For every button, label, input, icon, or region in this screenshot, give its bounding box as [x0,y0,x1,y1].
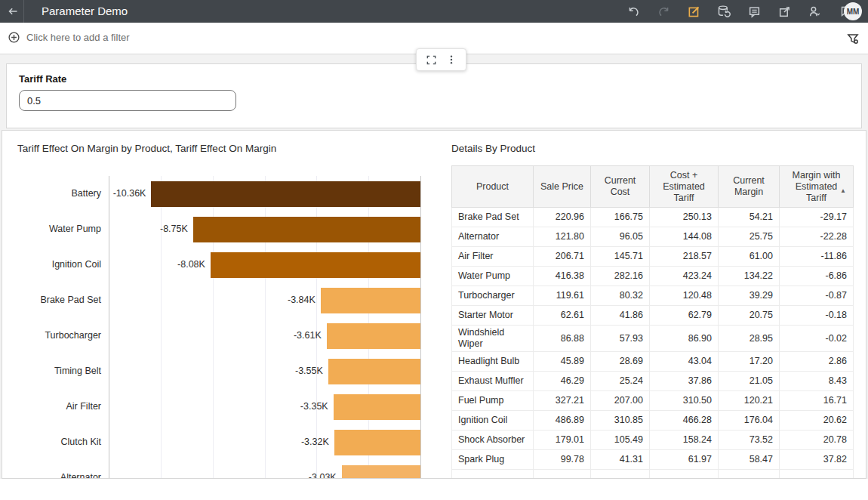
value-cell[interactable]: 25.24 [591,372,650,391]
sort-ascending-icon[interactable]: ▲ [840,185,846,196]
value-cell[interactable]: 119.61 [534,286,591,306]
value-cell[interactable]: 310.85 [591,411,650,431]
value-cell[interactable]: 179.01 [534,431,591,450]
value-cell[interactable]: 20.62 [780,411,854,431]
bar[interactable] [328,359,420,384]
value-cell[interactable]: 220.96 [534,208,591,227]
value-cell[interactable]: -0.02 [780,326,854,352]
table-row[interactable]: Headlight Bulb45.8928.6943.0417.202.86 [452,352,854,372]
value-cell[interactable]: 96.05 [591,227,650,247]
value-cell[interactable]: 54.21 [719,208,780,227]
table-row[interactable]: Fuel Pump327.21207.00310.50120.2116.71 [452,391,854,411]
value-cell[interactable]: 250.13 [650,208,719,227]
value-cell[interactable]: 73.52 [719,431,780,450]
table-row[interactable]: Brake Pad Set220.96166.75250.1354.21-29.… [452,208,854,227]
table-row[interactable]: Water Pump416.38282.16423.24134.22-6.86 [452,267,854,286]
value-cell[interactable]: 39.29 [719,286,780,306]
column-header[interactable]: Current Cost [591,166,650,208]
product-cell[interactable]: Water Pump [452,267,534,286]
table-row[interactable]: Alternator121.8096.05144.0825.75-22.28 [452,227,854,247]
value-cell[interactable]: 166.75 [591,208,650,227]
value-cell[interactable]: 8.43 [780,372,854,391]
value-cell[interactable]: 486.89 [534,411,591,431]
refresh-data-icon[interactable] [717,5,731,18]
product-cell[interactable]: Fuel Pump [452,391,534,411]
value-cell[interactable]: 46.29 [534,372,591,391]
product-cell[interactable]: Windshield Wiper [452,326,534,352]
table-row[interactable]: Air Filter206.71145.71218.5761.00-11.86 [452,247,854,267]
product-cell[interactable]: Ignition Coil [452,411,534,431]
value-cell[interactable]: 134.22 [719,267,780,286]
value-cell[interactable]: 327.21 [534,391,591,411]
value-cell[interactable]: 282.16 [591,267,650,286]
value-cell[interactable]: 37.86 [650,372,719,391]
value-cell[interactable]: 17.20 [719,352,780,372]
value-cell[interactable]: 41.86 [591,306,650,326]
value-cell[interactable]: 61.00 [719,247,780,267]
column-header[interactable]: Current Margin [719,166,780,208]
product-cell[interactable]: Brake Pad Set [452,208,534,227]
product-cell[interactable]: Alternator [452,227,534,247]
value-cell[interactable]: 218.57 [650,247,719,267]
value-cell[interactable]: -29.17 [780,208,854,227]
value-cell[interactable]: -6.86 [780,267,854,286]
bar[interactable] [334,394,420,420]
value-cell[interactable]: 145.71 [591,247,650,267]
value-cell[interactable]: 120.21 [719,391,780,411]
value-cell[interactable]: 310.50 [650,391,719,411]
bar[interactable] [334,430,420,455]
value-cell[interactable]: -22.28 [780,227,854,247]
value-cell[interactable]: 80.32 [591,286,650,306]
value-cell[interactable]: 105.49 [591,431,650,450]
value-cell[interactable]: 176.04 [719,411,780,431]
value-cell[interactable]: -0.18 [780,306,854,326]
add-filter-button[interactable]: Click here to add a filter [8,31,130,44]
value-cell[interactable]: 20.78 [780,431,854,450]
value-cell[interactable]: 416.38 [534,267,591,286]
value-cell[interactable]: 45.89 [534,352,591,372]
value-cell[interactable]: 144.08 [650,227,719,247]
value-cell[interactable]: 86.90 [650,326,719,352]
value-cell[interactable]: 62.79 [650,306,719,326]
comment-icon[interactable] [747,5,761,18]
table-row[interactable]: Spark Plug99.7841.3161.9758.4737.82 [452,450,854,470]
filter-options-icon[interactable] [845,31,860,46]
bar[interactable] [211,252,420,278]
value-cell[interactable]: 58.47 [719,450,780,470]
table-row[interactable]: Windshield Wiper86.8857.9386.9028.95-0.0… [452,326,854,352]
value-cell[interactable]: 86.88 [534,326,591,352]
value-cell[interactable]: -11.86 [780,247,854,267]
value-cell[interactable]: 57.93 [591,326,650,352]
bar[interactable] [321,288,420,313]
product-cell[interactable]: Spark Plug [452,450,534,470]
value-cell[interactable]: 43.04 [650,352,719,372]
column-header[interactable]: Sale Price [534,166,591,208]
value-cell[interactable]: 121.80 [534,227,591,247]
value-cell[interactable]: 41.31 [591,450,650,470]
table-row[interactable]: Starter Motor62.6141.8662.7920.75-0.18 [452,306,854,326]
value-cell[interactable]: 207.00 [591,391,650,411]
value-cell[interactable]: 62.61 [534,306,591,326]
kebab-menu-icon[interactable] [445,54,457,66]
bar[interactable] [151,181,420,207]
product-cell[interactable]: Turbocharger [452,286,534,306]
value-cell[interactable]: 16.71 [780,391,854,411]
value-cell[interactable]: 21.05 [719,372,780,391]
table-row[interactable]: Ignition Coil486.89310.85466.28176.0420.… [452,411,854,431]
value-cell[interactable]: 28.95 [719,326,780,352]
expand-icon[interactable] [426,54,438,66]
product-cell[interactable]: Starter Motor [452,306,534,326]
user-presence-icon[interactable] [808,5,821,18]
product-cell[interactable]: Headlight Bulb [452,352,534,372]
value-cell[interactable]: 466.28 [650,411,719,431]
table-row[interactable]: Shock Absorber179.01105.49158.2473.5220.… [452,431,854,450]
product-cell[interactable]: Shock Absorber [452,431,534,450]
undo-icon[interactable] [626,5,640,18]
value-cell[interactable]: 2.86 [780,352,854,372]
column-header[interactable]: Margin with Estimated Tariff▲ [780,166,854,208]
table-row[interactable]: Turbocharger119.6180.32120.4839.29-0.87 [452,286,854,306]
value-cell[interactable]: 423.24 [650,267,719,286]
edit-icon[interactable] [687,5,700,18]
value-cell[interactable]: 25.75 [719,227,780,247]
value-cell[interactable]: 28.69 [591,352,650,372]
